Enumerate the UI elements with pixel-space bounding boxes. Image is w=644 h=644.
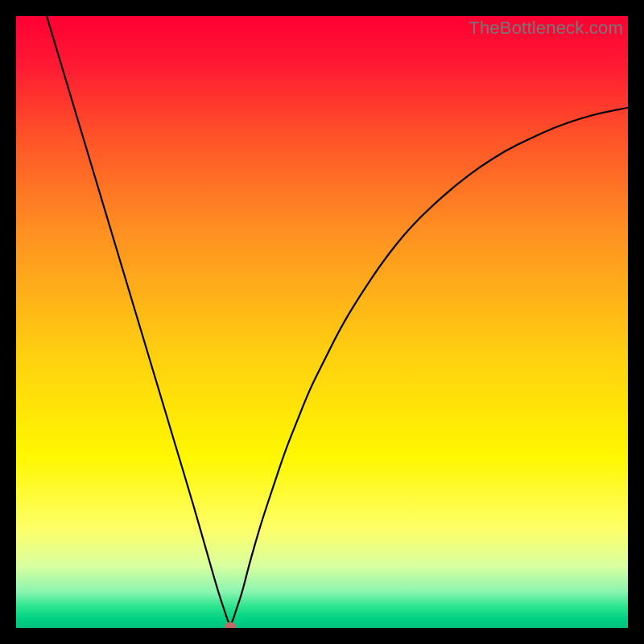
chart-svg xyxy=(16,16,628,628)
chart-background xyxy=(16,16,628,628)
watermark-text: TheBottleneck.com xyxy=(469,18,623,39)
chart-frame: TheBottleneck.com xyxy=(16,16,628,628)
